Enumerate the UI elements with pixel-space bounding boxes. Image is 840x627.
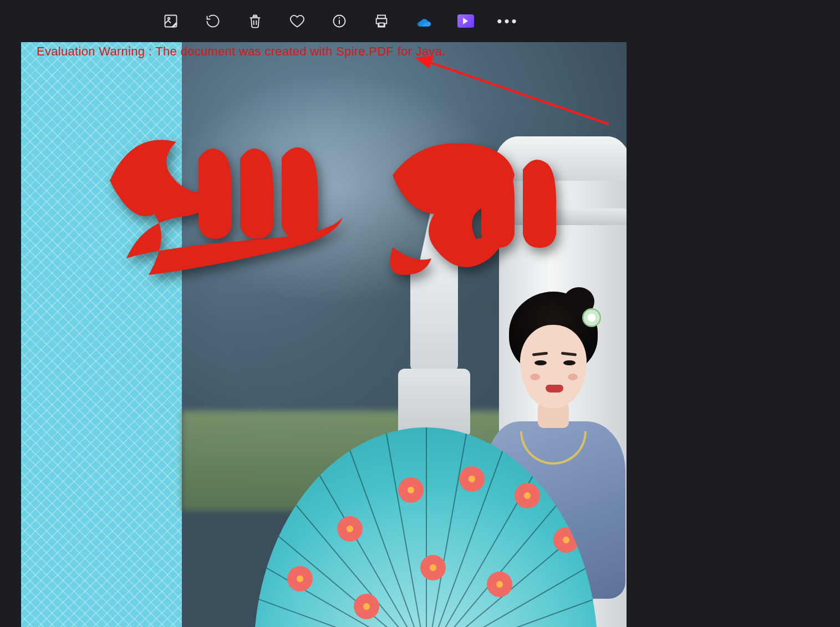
print-icon[interactable] <box>371 11 391 31</box>
decorative-calligraphy-title <box>82 114 570 292</box>
parasol <box>254 427 598 627</box>
onedrive-icon[interactable] <box>414 11 434 31</box>
image-canvas[interactable]: Evaluation Warning : The document was cr… <box>21 42 627 627</box>
svg-rect-5 <box>379 23 384 27</box>
delete-icon[interactable] <box>245 11 265 31</box>
svg-point-1 <box>168 18 170 19</box>
svg-point-3 <box>339 17 340 18</box>
photos-toolbar: ••• <box>0 0 840 42</box>
rotate-icon[interactable] <box>203 11 223 31</box>
info-icon[interactable] <box>329 11 349 31</box>
edit-image-icon[interactable] <box>161 11 181 31</box>
clipchamp-icon[interactable] <box>456 11 476 31</box>
favorite-icon[interactable] <box>287 11 307 31</box>
evaluation-warning-text: Evaluation Warning : The document was cr… <box>37 44 446 59</box>
more-icon[interactable]: ••• <box>498 11 518 31</box>
